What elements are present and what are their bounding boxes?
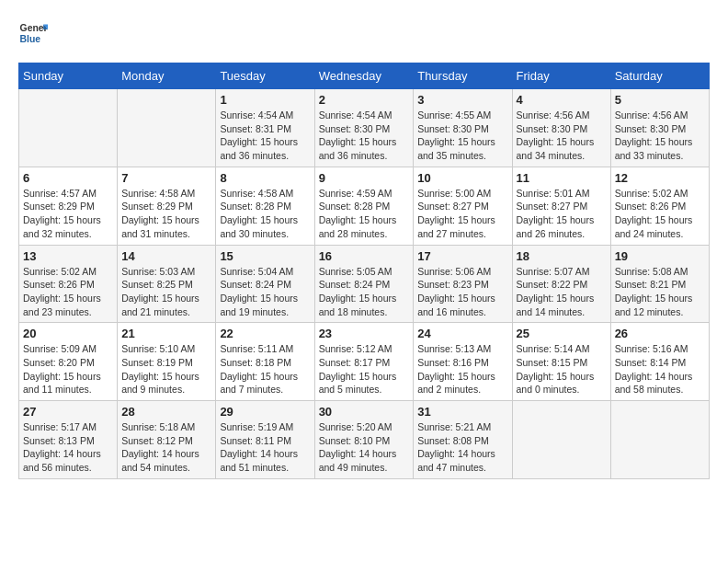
day-number: 10 [417,171,507,185]
calendar-cell [118,89,216,167]
day-info: Sunrise: 4:56 AM Sunset: 8:30 PM Dayligh… [615,109,705,163]
day-number: 1 [220,93,310,107]
calendar-cell: 20Sunrise: 5:09 AM Sunset: 8:20 PM Dayli… [19,323,118,401]
day-info: Sunrise: 4:54 AM Sunset: 8:31 PM Dayligh… [220,109,310,163]
day-info: Sunrise: 5:14 AM Sunset: 8:15 PM Dayligh… [517,342,607,396]
day-number: 28 [121,405,211,419]
header: General Blue [18,18,710,48]
calendar-week-5: 27Sunrise: 5:17 AM Sunset: 8:13 PM Dayli… [19,401,710,479]
day-number: 3 [417,93,507,107]
logo-icon: General Blue [18,18,48,48]
day-info: Sunrise: 5:01 AM Sunset: 8:27 PM Dayligh… [517,187,607,241]
day-number: 11 [517,171,607,185]
calendar-cell: 21Sunrise: 5:10 AM Sunset: 8:19 PM Dayli… [118,323,216,401]
day-number: 5 [615,93,705,107]
day-number: 15 [220,249,310,263]
calendar-cell: 22Sunrise: 5:11 AM Sunset: 8:18 PM Dayli… [216,323,314,401]
day-info: Sunrise: 5:10 AM Sunset: 8:19 PM Dayligh… [121,342,211,396]
day-info: Sunrise: 5:20 AM Sunset: 8:10 PM Dayligh… [319,420,410,475]
calendar-cell: 15Sunrise: 5:04 AM Sunset: 8:24 PM Dayli… [216,245,314,323]
day-info: Sunrise: 5:04 AM Sunset: 8:24 PM Dayligh… [220,265,310,319]
calendar-cell: 5Sunrise: 4:56 AM Sunset: 8:30 PM Daylig… [610,89,709,167]
day-number: 21 [121,327,211,340]
day-info: Sunrise: 5:16 AM Sunset: 8:14 PM Dayligh… [615,342,705,396]
day-info: Sunrise: 5:17 AM Sunset: 8:13 PM Dayligh… [23,420,113,475]
day-info: Sunrise: 5:21 AM Sunset: 8:08 PM Dayligh… [417,420,507,475]
calendar-cell: 4Sunrise: 4:56 AM Sunset: 8:30 PM Daylig… [512,89,610,167]
calendar-cell: 16Sunrise: 5:05 AM Sunset: 8:24 PM Dayli… [314,245,414,323]
calendar-body: 1Sunrise: 4:54 AM Sunset: 8:31 PM Daylig… [19,89,710,479]
calendar-header-wednesday: Wednesday [314,63,414,89]
day-info: Sunrise: 5:05 AM Sunset: 8:24 PM Dayligh… [319,265,410,319]
calendar-cell: 3Sunrise: 4:55 AM Sunset: 8:30 PM Daylig… [414,89,512,167]
day-info: Sunrise: 5:13 AM Sunset: 8:16 PM Dayligh… [417,342,507,396]
calendar-cell [512,401,610,479]
calendar-cell: 29Sunrise: 5:19 AM Sunset: 8:11 PM Dayli… [216,401,314,479]
calendar-cell: 7Sunrise: 4:58 AM Sunset: 8:29 PM Daylig… [118,167,216,245]
calendar-table: SundayMondayTuesdayWednesdayThursdayFrid… [18,63,710,479]
calendar-cell: 11Sunrise: 5:01 AM Sunset: 8:27 PM Dayli… [512,167,610,245]
day-info: Sunrise: 5:00 AM Sunset: 8:27 PM Dayligh… [417,187,507,241]
day-number: 9 [319,171,410,185]
calendar-cell: 12Sunrise: 5:02 AM Sunset: 8:26 PM Dayli… [610,167,709,245]
calendar-cell: 10Sunrise: 5:00 AM Sunset: 8:27 PM Dayli… [414,167,512,245]
calendar-header-monday: Monday [118,63,216,89]
day-number: 26 [615,327,705,340]
day-info: Sunrise: 4:56 AM Sunset: 8:30 PM Dayligh… [517,109,607,163]
calendar-week-2: 6Sunrise: 4:57 AM Sunset: 8:29 PM Daylig… [19,167,710,245]
day-number: 6 [23,171,113,185]
calendar-cell: 24Sunrise: 5:13 AM Sunset: 8:16 PM Dayli… [414,323,512,401]
calendar-cell: 8Sunrise: 4:58 AM Sunset: 8:28 PM Daylig… [216,167,314,245]
day-info: Sunrise: 4:55 AM Sunset: 8:30 PM Dayligh… [417,109,507,163]
day-number: 23 [319,327,410,340]
calendar-header-friday: Friday [512,63,610,89]
calendar-week-1: 1Sunrise: 4:54 AM Sunset: 8:31 PM Daylig… [19,89,710,167]
calendar-cell: 6Sunrise: 4:57 AM Sunset: 8:29 PM Daylig… [19,167,118,245]
day-number: 29 [220,405,310,419]
day-info: Sunrise: 5:11 AM Sunset: 8:18 PM Dayligh… [220,342,310,396]
calendar-cell: 27Sunrise: 5:17 AM Sunset: 8:13 PM Dayli… [19,401,118,479]
calendar-week-3: 13Sunrise: 5:02 AM Sunset: 8:26 PM Dayli… [19,245,710,323]
calendar-cell: 13Sunrise: 5:02 AM Sunset: 8:26 PM Dayli… [19,245,118,323]
day-number: 16 [319,249,410,263]
calendar-cell: 23Sunrise: 5:12 AM Sunset: 8:17 PM Dayli… [314,323,414,401]
calendar-cell: 19Sunrise: 5:08 AM Sunset: 8:21 PM Dayli… [610,245,709,323]
calendar-header-thursday: Thursday [414,63,512,89]
calendar-cell: 28Sunrise: 5:18 AM Sunset: 8:12 PM Dayli… [118,401,216,479]
day-info: Sunrise: 5:02 AM Sunset: 8:26 PM Dayligh… [23,265,113,319]
day-info: Sunrise: 5:08 AM Sunset: 8:21 PM Dayligh… [615,265,705,319]
day-info: Sunrise: 5:03 AM Sunset: 8:25 PM Dayligh… [121,265,211,319]
calendar-cell: 31Sunrise: 5:21 AM Sunset: 8:08 PM Dayli… [414,401,512,479]
calendar-cell: 25Sunrise: 5:14 AM Sunset: 8:15 PM Dayli… [512,323,610,401]
day-number: 13 [23,249,113,263]
calendar-week-4: 20Sunrise: 5:09 AM Sunset: 8:20 PM Dayli… [19,323,710,401]
calendar-cell [19,89,118,167]
calendar-header-sunday: Sunday [19,63,118,89]
day-info: Sunrise: 4:59 AM Sunset: 8:28 PM Dayligh… [319,187,410,241]
day-info: Sunrise: 5:06 AM Sunset: 8:23 PM Dayligh… [417,265,507,319]
day-number: 12 [615,171,705,185]
calendar-cell: 26Sunrise: 5:16 AM Sunset: 8:14 PM Dayli… [610,323,709,401]
day-number: 18 [517,249,607,263]
calendar-header-saturday: Saturday [610,63,709,89]
day-info: Sunrise: 4:58 AM Sunset: 8:29 PM Dayligh… [121,187,211,241]
day-number: 8 [220,171,310,185]
day-number: 20 [23,327,113,340]
calendar-cell: 17Sunrise: 5:06 AM Sunset: 8:23 PM Dayli… [414,245,512,323]
svg-text:Blue: Blue [20,34,41,44]
day-number: 25 [517,327,607,340]
day-info: Sunrise: 5:18 AM Sunset: 8:12 PM Dayligh… [121,420,211,475]
day-number: 4 [517,93,607,107]
day-number: 7 [121,171,211,185]
day-number: 31 [417,405,507,419]
day-number: 17 [417,249,507,263]
day-info: Sunrise: 5:07 AM Sunset: 8:22 PM Dayligh… [517,265,607,319]
calendar-cell: 30Sunrise: 5:20 AM Sunset: 8:10 PM Dayli… [314,401,414,479]
day-number: 2 [319,93,410,107]
day-number: 19 [615,249,705,263]
day-number: 27 [23,405,113,419]
calendar-header-row: SundayMondayTuesdayWednesdayThursdayFrid… [19,63,710,89]
calendar-header-tuesday: Tuesday [216,63,314,89]
day-info: Sunrise: 5:02 AM Sunset: 8:26 PM Dayligh… [615,187,705,241]
day-info: Sunrise: 5:09 AM Sunset: 8:20 PM Dayligh… [23,342,113,396]
